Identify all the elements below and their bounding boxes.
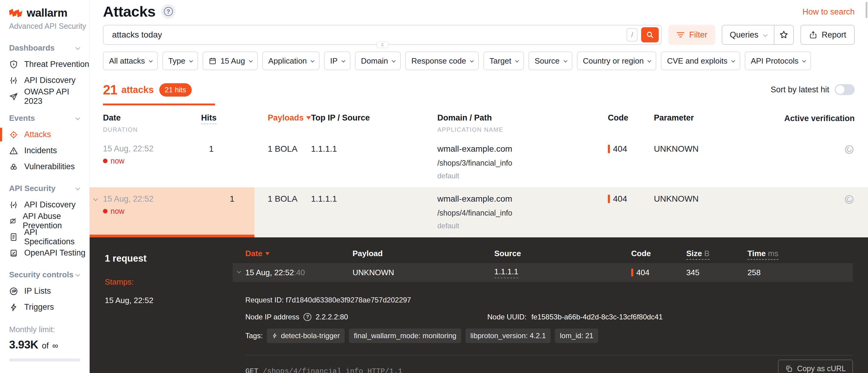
report-button[interactable]: Report	[801, 25, 855, 45]
chip-all-attacks[interactable]: All attacks	[103, 52, 158, 70]
request-size: 345	[686, 268, 699, 277]
brand-name: wallarm	[27, 7, 67, 20]
sidebar-item-vulnerabilities[interactable]: Vulnerabilities	[0, 159, 89, 175]
sidebar-item-api-discovery-2[interactable]: API Discovery	[0, 197, 89, 213]
sidebar-section-security-controls[interactable]: Security controls	[0, 270, 89, 279]
tag-libproton-version[interactable]: libproton_version: 4.2.1	[465, 329, 551, 343]
chevron-down-icon	[75, 186, 80, 190]
chip-response-code[interactable]: Response code	[405, 52, 479, 70]
search-box[interactable]: /	[103, 25, 662, 45]
chip-source[interactable]: Source	[528, 52, 572, 70]
how-to-search-link[interactable]: How to search	[802, 7, 855, 17]
filter-button-label: Filter	[689, 30, 707, 40]
chip-application[interactable]: Application	[262, 52, 319, 70]
chip-api-protocols[interactable]: API Protocols	[745, 52, 811, 70]
chip-domain[interactable]: Domain	[355, 52, 401, 70]
brand-logo[interactable]: wallarm	[0, 7, 89, 20]
warning-triangle-icon	[9, 146, 18, 155]
sidebar-item-triggers[interactable]: Triggers	[0, 299, 89, 315]
attack-hits: 1	[229, 194, 235, 204]
col-application: APPLICATION NAME	[437, 126, 608, 133]
monthly-limit-used: 3.93K	[9, 339, 38, 351]
req-col-time[interactable]: Time ms	[747, 249, 778, 260]
info-icon[interactable]: ?	[304, 313, 311, 321]
favorite-queries-button[interactable]	[774, 25, 793, 44]
req-col-size[interactable]: Size B	[686, 249, 710, 260]
sidebar-item-incidents[interactable]: Incidents	[0, 143, 89, 159]
req-col-date[interactable]: Date	[245, 249, 270, 258]
ip-circle-icon	[9, 287, 18, 296]
queries-dropdown[interactable]: Queries	[722, 25, 774, 44]
chevron-down-icon	[75, 45, 80, 50]
chevron-down-icon	[731, 58, 735, 62]
monthly-limit: Monthly limit: 3.93K of ∞	[9, 325, 81, 362]
help-button[interactable]: ?	[161, 4, 176, 19]
attack-date: 15 Aug, 22:52	[103, 194, 154, 204]
chip-cve[interactable]: CVE and exploits	[661, 52, 740, 70]
chip-ip[interactable]: IP	[324, 52, 350, 70]
tag-detect-bola-trigger[interactable]: detect-bola-trigger	[267, 329, 345, 343]
status-code-bar	[608, 195, 610, 203]
sidebar-item-attacks[interactable]: Attacks	[0, 127, 89, 143]
tags-row: Tags: detect-bola-trigger final_wallarm_…	[245, 329, 853, 343]
search-resize-handle[interactable]	[377, 41, 388, 48]
monthly-limit-progressbar	[9, 359, 81, 362]
filter-button[interactable]: Filter	[669, 25, 715, 45]
slash-shortcut-key: /	[627, 28, 638, 41]
sidebar-section-api-security[interactable]: API Security	[0, 184, 89, 193]
divider	[245, 355, 853, 355]
tag-label: lom_id: 21	[560, 332, 593, 340]
chip-country[interactable]: Country or region	[577, 52, 657, 70]
main-content: Attacks ? How to search /	[90, 0, 868, 373]
request-source[interactable]: 1.1.1.1	[494, 267, 519, 278]
report-button-label: Report	[822, 30, 846, 40]
search-input[interactable]	[112, 30, 627, 40]
sidebar-item-api-discovery[interactable]: API Discovery	[0, 72, 89, 88]
col-top-ip: Top IP / Source	[311, 113, 437, 123]
attack-row[interactable]: 15 Aug, 22:52 now 1 1 BOLA 1.1.1.1 wmall…	[90, 137, 868, 187]
chevron-down-icon	[311, 58, 315, 62]
expanded-date-cell[interactable]: 15 Aug, 22:52 now 1	[90, 187, 254, 237]
active-verification-icon[interactable]	[844, 144, 855, 155]
sidebar-item-label: Threat Prevention	[24, 60, 89, 69]
sidebar-item-owasp-api-2023[interactable]: OWASP API 2023	[0, 88, 89, 104]
active-verification-icon[interactable]	[844, 194, 855, 205]
sidebar-item-openapi-testing[interactable]: OpenAPI Testing	[0, 245, 89, 261]
sidebar: wallarm Advanced API Security Dashboards…	[0, 0, 90, 373]
attacks-summary-tab[interactable]: 21 attacks 21 hits	[103, 82, 215, 105]
chevron-down-icon	[470, 58, 474, 62]
sort-toggle-label: Sort by latest hit	[771, 85, 829, 94]
sidebar-item-ip-lists[interactable]: IP Lists	[0, 283, 89, 299]
chip-date[interactable]: 15 Aug	[203, 52, 258, 70]
chip-target[interactable]: Target	[484, 52, 524, 70]
attack-parameter: UNKNOWN	[654, 194, 699, 204]
attack-top-ip[interactable]: 1.1.1.1	[311, 194, 337, 204]
sidebar-section-dashboards[interactable]: Dashboards	[0, 43, 89, 53]
chip-label: Target	[489, 56, 511, 66]
attack-domain: wmall-example.com	[437, 194, 608, 204]
col-payloads[interactable]: Payloads	[268, 113, 311, 123]
shield-bolt-icon	[9, 60, 18, 69]
sidebar-item-api-abuse-prevention[interactable]: API Abuse Prevention	[0, 213, 89, 229]
chevron-down-icon	[237, 269, 241, 273]
sidebar-item-label: OWASP API 2023	[24, 87, 89, 106]
attack-top-ip[interactable]: 1.1.1.1	[311, 144, 337, 154]
sidebar-section-events[interactable]: Events	[0, 114, 89, 123]
search-button[interactable]	[641, 27, 659, 42]
attack-date: 15 Aug, 22:52	[103, 144, 200, 154]
chip-type[interactable]: Type	[162, 52, 198, 70]
sidebar-item-api-specifications[interactable]: API Specifications	[0, 229, 89, 245]
tag-final-wallarm-mode[interactable]: final_wallarm_mode: monitoring	[349, 329, 461, 343]
copy-as-curl-button[interactable]: Copy as cURL	[778, 360, 853, 373]
sidebar-item-label: IP Lists	[24, 286, 51, 296]
scrollbar[interactable]	[866, 2, 867, 18]
sidebar-item-threat-prevention[interactable]: Threat Prevention	[0, 56, 89, 72]
node-uuid-value: fe15853b-a66b-4d2d-8c3c-13cf6f80dc41	[531, 313, 663, 321]
attack-payloads: 1 BOLA	[268, 144, 298, 154]
sort-desc-icon	[306, 116, 311, 120]
col-hits[interactable]: Hits	[201, 113, 217, 124]
attack-row-expanded[interactable]: 15 Aug, 22:52 now 1 1 BOLA 1.1.1.1 wmall…	[90, 187, 868, 237]
tag-lom-id[interactable]: lom_id: 21	[555, 329, 598, 343]
request-row[interactable]: 15 Aug, 22:52:40 UNKNOWN 1.1.1.1 404 345…	[232, 263, 853, 282]
sort-by-latest-hit-toggle[interactable]	[835, 84, 855, 95]
